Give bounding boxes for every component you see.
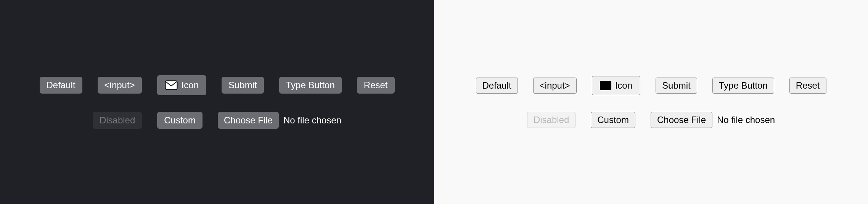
icon-button-label: Icon — [182, 80, 199, 91]
file-status-text: No file chosen — [717, 115, 775, 125]
light-row-2: Disabled Custom Choose File No file chos… — [527, 112, 775, 128]
type-button[interactable]: Type Button — [279, 77, 342, 94]
reset-button[interactable]: Reset — [789, 78, 826, 94]
disabled-button: Disabled — [527, 112, 575, 128]
custom-button[interactable]: Custom — [157, 112, 203, 129]
file-input: Choose File No file chosen — [651, 112, 775, 128]
choose-file-button[interactable]: Choose File — [218, 112, 279, 129]
mail-icon — [165, 80, 178, 90]
dark-panel: Default <input> Icon Submit Type Button … — [0, 0, 434, 204]
default-button[interactable]: Default — [40, 77, 82, 94]
light-panel: Default <input> Icon Submit Type Button … — [434, 0, 868, 204]
input-button[interactable]: <input> — [98, 77, 142, 94]
icon-button[interactable]: Icon — [592, 76, 640, 95]
disabled-button: Disabled — [93, 112, 142, 129]
file-status-text: No file chosen — [283, 115, 341, 126]
dark-row-2: Disabled Custom Choose File No file chos… — [93, 112, 341, 129]
file-input: Choose File No file chosen — [218, 112, 341, 129]
choose-file-button[interactable]: Choose File — [651, 112, 712, 128]
submit-button[interactable]: Submit — [656, 78, 697, 94]
submit-button[interactable]: Submit — [222, 77, 264, 94]
svg-rect-0 — [165, 81, 177, 90]
icon-button[interactable]: Icon — [157, 75, 206, 95]
default-button[interactable]: Default — [476, 78, 518, 94]
custom-button[interactable]: Custom — [591, 112, 635, 128]
reset-button[interactable]: Reset — [357, 77, 395, 94]
type-button[interactable]: Type Button — [712, 78, 774, 94]
solid-icon — [600, 81, 611, 90]
icon-button-label: Icon — [615, 80, 632, 91]
input-button[interactable]: <input> — [533, 78, 577, 94]
light-row-1: Default <input> Icon Submit Type Button … — [476, 76, 826, 95]
dark-row-1: Default <input> Icon Submit Type Button … — [40, 75, 395, 95]
